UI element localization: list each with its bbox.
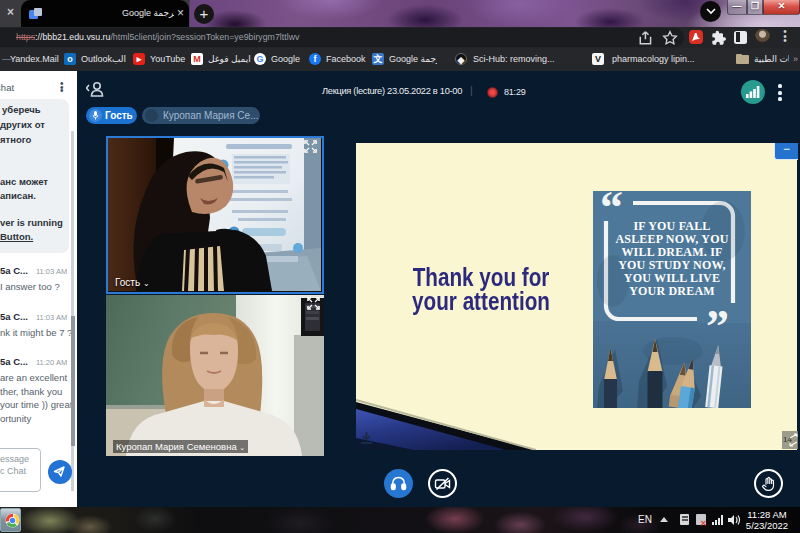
svg-text:”: ” (706, 301, 729, 352)
